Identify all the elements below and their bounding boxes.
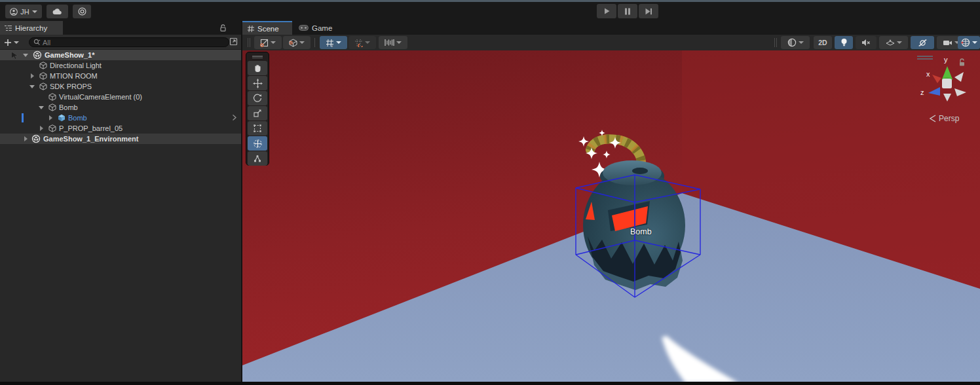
tab-hierarchy-label: Hierarchy xyxy=(15,24,47,32)
cloud-button[interactable] xyxy=(47,5,68,18)
tab-hierarchy[interactable]: Hierarchy xyxy=(0,21,63,35)
scene-icon xyxy=(31,134,41,143)
scene-icon xyxy=(33,50,42,60)
search-input[interactable]: All xyxy=(29,37,229,47)
row-label: MTION ROOM xyxy=(50,71,98,81)
step-button[interactable] xyxy=(639,4,658,18)
chevron-down-icon xyxy=(32,10,37,13)
hierarchy-row-bomb-parent[interactable]: Bomb xyxy=(0,102,241,113)
lighting-toggle-button[interactable] xyxy=(835,36,853,49)
draw-mode-button[interactable] xyxy=(254,36,282,49)
axis-x-cone[interactable] xyxy=(932,75,941,83)
foldout-open-icon[interactable] xyxy=(23,54,28,57)
rect-tool-button[interactable] xyxy=(248,121,267,136)
row-label: Bomb xyxy=(59,102,78,113)
gizmo-unlock-icon[interactable] xyxy=(960,59,964,66)
hierarchy-row-scene-gameshow1[interactable]: GameShow_1* xyxy=(0,50,241,60)
plus-icon xyxy=(4,39,12,46)
scene-visibility-toggle-button[interactable] xyxy=(911,36,934,49)
chevron-down-icon xyxy=(14,41,19,44)
chevron-down-icon xyxy=(897,41,902,44)
axis-x-label: x xyxy=(926,70,930,78)
gizmo-center-cube[interactable] xyxy=(942,79,952,88)
scene-panel: Scene Game y xyxy=(242,21,980,382)
row-label: VirtualCameraElement (0) xyxy=(59,92,142,102)
scene-viewport[interactable]: Bomb y x xyxy=(242,50,980,382)
tab-game[interactable]: Game xyxy=(296,21,341,35)
hierarchy-row-p-prop-barrel[interactable]: P_PROP_barrel_05 xyxy=(0,123,241,134)
pause-button[interactable] xyxy=(618,4,637,18)
account-button[interactable]: JH xyxy=(5,5,42,18)
snap-settings-button[interactable] xyxy=(349,36,376,49)
audio-toggle-button[interactable] xyxy=(856,36,876,49)
row-label: Directional Light xyxy=(50,60,102,71)
transform-tool-button[interactable] xyxy=(248,136,267,151)
snap-grid-icon xyxy=(354,39,363,47)
2d-toggle-button[interactable]: 2D xyxy=(814,36,832,49)
custom-tool-button[interactable] xyxy=(248,151,267,166)
shading-mode-icon xyxy=(260,39,269,47)
foldout-closed-icon[interactable] xyxy=(40,126,43,131)
foldout-open-icon[interactable] xyxy=(39,106,44,109)
measure-tool-button[interactable] xyxy=(379,36,407,49)
scale-tool-button[interactable] xyxy=(248,106,267,120)
hierarchy-panel: Hierarchy All GameShow_1* xyxy=(0,21,241,382)
target-button[interactable] xyxy=(73,5,91,18)
cloud-icon xyxy=(52,8,62,15)
target-icon xyxy=(78,7,86,16)
toolbar-grip[interactable] xyxy=(774,38,775,47)
toolbar-grip[interactable] xyxy=(250,38,250,47)
row-label: Bomb xyxy=(68,113,87,123)
hierarchy-row-directional-light[interactable]: Directional Light xyxy=(0,60,241,71)
hand-tool-button[interactable] xyxy=(248,61,267,75)
effects-toggle-button[interactable] xyxy=(879,36,908,49)
gizmo-drag-handle[interactable] xyxy=(917,56,933,59)
row-label: GameShow_1_Environment xyxy=(43,134,139,144)
orientation-gizmo[interactable]: y x z Persp xyxy=(913,52,980,129)
hierarchy-row-scene-environment[interactable]: GameShow_1_Environment xyxy=(0,134,241,144)
foldout-closed-icon[interactable] xyxy=(24,136,28,141)
hierarchy-lock-button[interactable] xyxy=(219,24,228,33)
prefab-chevron-icon[interactable] xyxy=(231,114,238,121)
foldout-closed-icon[interactable] xyxy=(31,73,34,79)
toolbar-grip[interactable] xyxy=(248,38,248,47)
projection-label[interactable]: Persp xyxy=(939,114,960,123)
move-icon xyxy=(253,79,263,88)
hierarchy-row-mtion-room[interactable]: MTION ROOM xyxy=(0,71,241,81)
create-button[interactable] xyxy=(4,37,21,47)
hierarchy-tab-bar: Hierarchy xyxy=(0,21,241,35)
rect-tool-icon xyxy=(253,124,262,133)
scene-visibility-mode-button[interactable] xyxy=(283,36,311,49)
tab-scene-label: Scene xyxy=(257,25,279,33)
scene-tabbar-menu-button[interactable] xyxy=(971,24,978,33)
hierarchy-row-sdk-props[interactable]: SDK PROPS xyxy=(0,81,241,92)
gamepad-icon xyxy=(299,25,309,31)
hierarchy-menu-button[interactable] xyxy=(232,24,238,33)
play-button[interactable] xyxy=(597,4,616,18)
cube-icon xyxy=(48,124,56,132)
foldout-open-icon[interactable] xyxy=(29,85,35,88)
toolbar-grip[interactable] xyxy=(776,38,777,47)
grid-visibility-button[interactable]: y xyxy=(320,36,347,49)
move-tool-button[interactable] xyxy=(248,76,267,90)
cube-icon xyxy=(48,93,56,101)
camera-icon xyxy=(943,39,952,46)
scene-grid-icon xyxy=(248,26,254,32)
search-value: All xyxy=(43,39,50,46)
tab-scene[interactable]: Scene xyxy=(242,21,292,35)
search-window-button[interactable] xyxy=(229,37,238,47)
gizmo-sphere-icon xyxy=(961,38,970,47)
rotate-tool-button[interactable] xyxy=(248,91,267,105)
chevron-down-icon xyxy=(365,41,370,44)
toolbar-grip[interactable] xyxy=(314,38,315,47)
scene-toolbar: y 2D xyxy=(242,35,980,50)
sphere-icon xyxy=(787,38,797,47)
render-mode-button[interactable] xyxy=(781,36,810,49)
hierarchy-row-virtualcameraelement[interactable]: VirtualCameraElement (0) xyxy=(0,92,241,102)
hierarchy-list-icon xyxy=(5,25,12,31)
palette-drag-handle[interactable] xyxy=(246,52,269,60)
gizmos-dropdown-button[interactable] xyxy=(958,36,980,49)
foldout-closed-icon[interactable] xyxy=(49,115,52,120)
axis-z-cone[interactable] xyxy=(928,87,940,96)
hierarchy-row-bomb-prefab[interactable]: Bomb xyxy=(0,113,241,123)
